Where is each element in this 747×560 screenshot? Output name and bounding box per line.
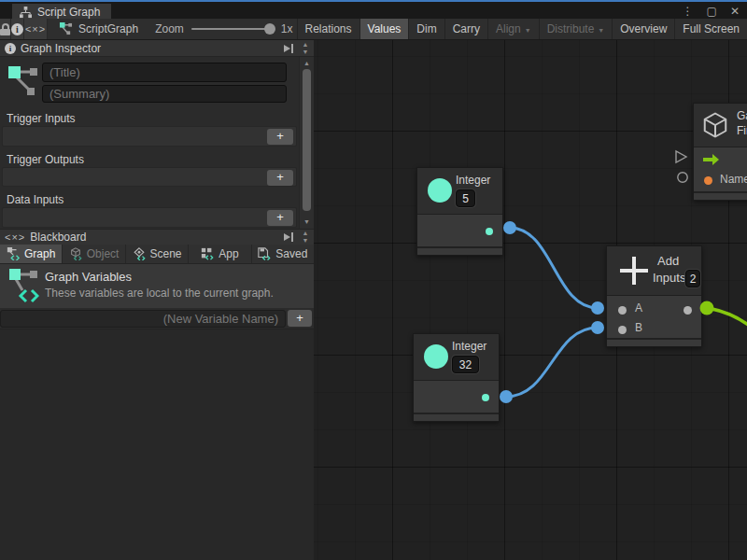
scroll-down-icon[interactable]: ▼ [303, 237, 309, 245]
dim-toggle[interactable]: Dim [408, 19, 444, 39]
maximize-icon[interactable]: ▢ [707, 5, 717, 18]
saved-tab-icon [258, 247, 271, 260]
inputs-count-field[interactable]: 2 [685, 270, 700, 287]
chevron-down-icon: ▼ [525, 27, 531, 34]
node-gameobject-find[interactable]: Gam Fin Name [693, 103, 747, 201]
full-screen-toggle[interactable]: Full Screen [674, 19, 747, 39]
breadcrumb[interactable]: ScriptGraph [48, 19, 151, 39]
data-inputs-list: + [2, 207, 297, 228]
scroll-up-icon[interactable]: ▲ [303, 230, 309, 237]
add-data-input-button[interactable]: + [267, 210, 293, 226]
node-integer-32[interactable]: Integer 32 [413, 333, 500, 422]
distribute-dropdown[interactable]: Distribute ▼ [539, 19, 613, 39]
scroll-up-icon[interactable]: ▲ [300, 60, 314, 66]
wire-integer32-to-add-b[interactable] [506, 328, 598, 397]
name-input-indicator[interactable] [704, 176, 712, 185]
blackboard-empty-area [0, 329, 314, 560]
trigger-outputs-list: + [2, 167, 297, 187]
info-icon: i [11, 23, 23, 35]
node-title: Add [657, 254, 679, 268]
node-title: Integer [456, 174, 490, 187]
scrollbar-thumb[interactable] [303, 69, 311, 211]
scroll-down-icon[interactable]: ▼ [303, 49, 309, 56]
info-icon: i [5, 43, 16, 54]
tab-saved-label: Saved [275, 247, 307, 260]
tab-scene[interactable]: Scene [126, 245, 189, 263]
output-port-sum[interactable] [684, 306, 692, 315]
node-title: Integer [452, 340, 486, 353]
lock-button[interactable] [0, 19, 11, 39]
integer-literal-icon [424, 344, 448, 369]
zoom-slider[interactable] [191, 28, 274, 30]
scroll-up-icon[interactable]: ▲ [303, 41, 309, 49]
dock-panel-icon[interactable] [283, 43, 294, 54]
zoom-slider-handle[interactable] [264, 23, 275, 35]
section-trigger-outputs: Trigger Outputs [7, 153, 84, 166]
blackboard-title: Blackboard [30, 231, 86, 244]
header-scroll-arrows[interactable]: ▲ ▼ [299, 41, 312, 56]
node-integer-5[interactable]: Integer 5 [416, 167, 503, 256]
tab-app-label: App [218, 247, 238, 260]
blackboard-tab-bar: Graph Object Scene App [0, 245, 314, 264]
edit-graph-button[interactable]: <×> [24, 19, 48, 39]
section-trigger-inputs: Trigger Inputs [7, 112, 76, 125]
connected-port-dot[interactable] [591, 301, 604, 315]
graph-title-input[interactable] [42, 63, 287, 82]
graph-summary-input[interactable] [42, 85, 287, 103]
script-graph-icon [59, 22, 73, 35]
wire-add-output[interactable] [707, 308, 747, 327]
data-input-port[interactable] [678, 173, 687, 182]
value-indicator-dot [486, 228, 493, 235]
tab-saved[interactable]: Saved [252, 245, 314, 263]
values-toggle[interactable]: Values [359, 19, 409, 39]
tab-object[interactable]: Object [63, 245, 125, 263]
tab-app[interactable]: App [189, 245, 251, 263]
integer-value-field[interactable]: 32 [452, 356, 479, 373]
add-trigger-output-button[interactable]: + [267, 170, 293, 186]
add-variable-button[interactable]: + [288, 310, 312, 327]
inspect-button[interactable]: i [11, 19, 24, 39]
control-input-port[interactable] [676, 151, 686, 162]
node-add[interactable]: Add Inputs 2 A B [606, 245, 702, 347]
input-port-b[interactable] [618, 326, 627, 334]
distribute-label: Distribute [547, 22, 595, 35]
add-icon [618, 255, 650, 287]
graph-tab-icon [7, 247, 20, 260]
full-screen-label: Full Screen [683, 22, 740, 35]
scroll-down-icon[interactable]: ▼ [300, 218, 314, 225]
graph-variables-panel: Graph Variables These variables are loca… [0, 264, 314, 308]
overview-label: Overview [620, 22, 667, 35]
dim-label: Dim [416, 22, 436, 35]
tab-graph[interactable]: Graph [0, 245, 63, 263]
new-variable-input[interactable] [0, 310, 286, 328]
dock-panel-icon[interactable] [283, 231, 294, 243]
overview-button[interactable]: Overview [612, 19, 674, 39]
connected-port-dot[interactable] [503, 221, 516, 234]
wire-integer5-to-add-a[interactable] [510, 228, 598, 308]
carry-toggle[interactable]: Carry [444, 19, 487, 39]
inspector-scrollbar[interactable]: ▲ ▼ [299, 57, 314, 229]
zoom-value: 1x [281, 22, 293, 35]
header-scroll-arrows[interactable]: ▲ ▼ [299, 230, 312, 245]
graph-toolbar: i <×> ScriptGraph Zoom 1x Relations Valu… [0, 19, 747, 40]
integer-value-field[interactable]: 5 [456, 189, 475, 207]
value-indicator-dot [482, 394, 489, 401]
align-dropdown[interactable]: Align ▼ [487, 19, 539, 39]
graph-variables-icon [9, 268, 39, 305]
relations-toggle[interactable]: Relations [297, 19, 359, 39]
add-trigger-input-button[interactable]: + [267, 129, 293, 145]
connected-port-dot[interactable] [500, 390, 513, 403]
connected-port-dot[interactable] [591, 321, 604, 334]
trigger-inputs-list: + [2, 126, 297, 147]
relations-label: Relations [305, 22, 352, 35]
tab-graph-label: Graph [24, 247, 55, 260]
input-port-a[interactable] [618, 306, 627, 315]
app-tab-icon [201, 247, 214, 260]
values-label: Values [368, 22, 402, 35]
kebab-menu-icon[interactable]: ⋮ [683, 5, 694, 18]
graph-canvas[interactable]: Integer 5 Integer 32 Add Inputs 2 [314, 40, 747, 560]
object-tab-icon [69, 247, 82, 260]
close-icon[interactable]: ✕ [730, 5, 740, 18]
blackboard-header: <×> Blackboard ▲ ▼ [0, 229, 314, 245]
tab-scene-label: Scene [150, 247, 182, 260]
